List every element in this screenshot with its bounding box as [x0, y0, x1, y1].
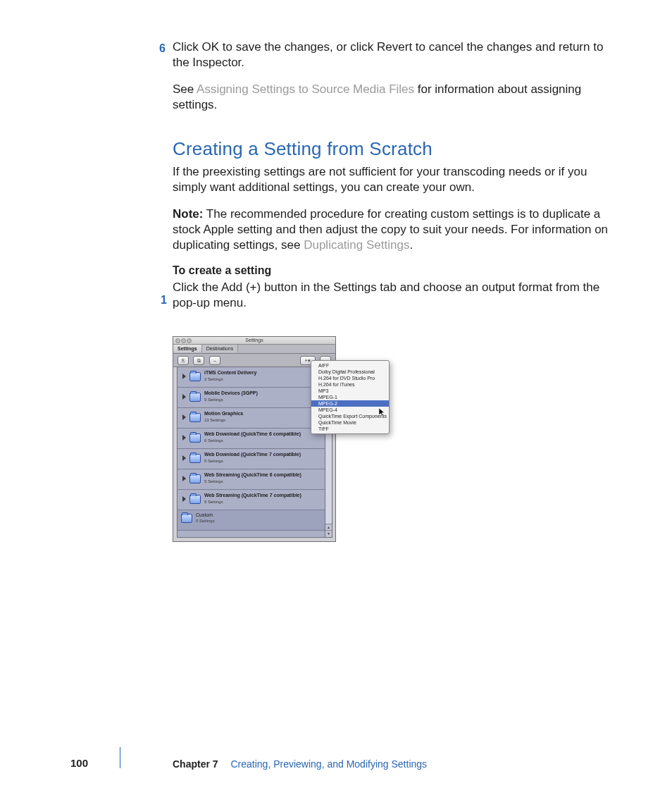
folder-icon — [189, 393, 201, 402]
section-heading: Creating a Setting from Scratch — [173, 138, 613, 160]
list-item-sub: 5 Settings — [204, 459, 223, 463]
list-item-sub: 0 Settings — [196, 519, 215, 523]
list-item[interactable]: Web Download (QuickTime 7 compatible)5 S… — [178, 449, 325, 469]
list-item[interactable]: Web Streaming (QuickTime 6 compatible)5 … — [178, 469, 325, 490]
menu-item-mpeg1[interactable]: MPEG-1 — [311, 394, 389, 400]
mouse-cursor-icon — [379, 408, 386, 417]
menu-item-qt-export[interactable]: QuickTime Export Components — [311, 413, 389, 419]
folder-icon — [189, 495, 201, 504]
list-item-sub: 5 Settings — [204, 398, 223, 402]
delete-group-button[interactable]: – — [209, 356, 220, 365]
step-6-number: 6 — [151, 41, 166, 56]
step-1-number: 1 — [153, 292, 167, 308]
task-heading: To create a setting — [173, 264, 613, 277]
list-item[interactable]: Mobile Devices (3GPP)5 Settings — [178, 388, 325, 408]
menu-item-mp3[interactable]: MP3 — [311, 388, 389, 394]
menu-item-tiff[interactable]: TIFF — [311, 426, 389, 432]
settings-list: iTMS Content Delivery2 Settings Mobile D… — [177, 366, 325, 538]
link-assigning-settings[interactable]: Assigning Settings to Source Media Files — [197, 82, 414, 96]
note-body-b: . — [409, 238, 413, 252]
menu-item-dolby[interactable]: Dolby Digital Professional — [311, 369, 389, 375]
settings-window-screenshot: Settings SettingsDestinations ⎘ ⧉ – +▾ – — [173, 336, 390, 542]
menu-item-h264-dvd[interactable]: H.264 for DVD Studio Pro — [311, 375, 389, 381]
link-duplicating-settings[interactable]: Duplicating Settings — [304, 238, 409, 252]
list-item-label: Web Download (QuickTime 6 compatible) — [204, 431, 301, 436]
list-item-custom[interactable]: Custom0 Settings — [178, 510, 325, 531]
folder-icon — [189, 433, 201, 443]
folder-icon — [189, 413, 201, 422]
tab-destinations[interactable]: Destinations — [202, 345, 239, 352]
disclosure-triangle-icon[interactable] — [182, 455, 186, 461]
output-format-menu: AIFF Dolby Digital Professional H.264 fo… — [311, 360, 390, 434]
disclosure-triangle-icon[interactable] — [182, 476, 186, 481]
footer-chapter: Chapter 7 — [173, 758, 218, 770]
section-intro: If the preexisting settings are not suff… — [173, 164, 613, 195]
list-item-label: Web Streaming (QuickTime 6 compatible) — [204, 472, 301, 477]
folder-icon — [189, 474, 201, 483]
list-item-sub: 6 Settings — [204, 438, 223, 443]
tab-settings[interactable]: Settings — [173, 345, 202, 352]
step-1-text: Click the Add (+) button in the Settings… — [173, 281, 599, 309]
list-item-sub: 5 Settings — [204, 479, 223, 483]
list-item-label: iTMS Content Delivery — [204, 370, 256, 375]
page-number: 100 — [70, 757, 88, 769]
disclosure-triangle-icon[interactable] — [182, 435, 186, 441]
disclosure-triangle-icon[interactable] — [182, 496, 186, 502]
menu-item-qt-movie[interactable]: QuickTime Movie — [311, 419, 389, 426]
list-item-label: Web Streaming (QuickTime 7 compatible) — [204, 493, 301, 498]
see-pre: See — [173, 82, 197, 96]
disclosure-triangle-icon[interactable] — [182, 394, 186, 400]
scroll-down-icon[interactable]: ▾ — [325, 530, 332, 537]
footer-divider — [120, 747, 120, 768]
menu-item-h264-itunes[interactable]: H.264 for iTunes — [311, 381, 389, 388]
list-item-label: Motion Graphics — [204, 411, 243, 416]
step-6-text: Click OK to save the changes, or click R… — [173, 40, 603, 69]
list-item-sub: 13 Settings — [204, 418, 225, 422]
folder-icon — [181, 514, 192, 523]
note-label: Note: — [173, 207, 203, 221]
list-item-label: Custom — [196, 512, 213, 517]
duplicate-button[interactable]: ⎘ — [178, 356, 189, 365]
group-button[interactable]: ⧉ — [193, 356, 204, 365]
footer-title: Creating, Previewing, and Modifying Sett… — [230, 758, 427, 770]
menu-item-mpeg4[interactable]: MPEG-4 — [311, 407, 389, 413]
list-item-label: Web Download (QuickTime 7 compatible) — [204, 452, 301, 457]
list-item[interactable]: iTMS Content Delivery2 Settings — [178, 367, 325, 388]
list-item-sub: 5 Settings — [204, 500, 223, 504]
list-item[interactable]: Web Streaming (QuickTime 7 compatible)5 … — [178, 490, 325, 510]
window-title: Settings — [245, 338, 263, 343]
folder-icon — [189, 372, 201, 381]
list-item-sub: 2 Settings — [204, 377, 223, 381]
disclosure-triangle-icon[interactable] — [182, 374, 186, 379]
traffic-lights-icon — [175, 338, 192, 345]
disclosure-triangle-icon[interactable] — [182, 414, 186, 420]
list-item[interactable]: Web Download (QuickTime 6 compatible)6 S… — [178, 429, 325, 449]
menu-item-aiff[interactable]: AIFF — [311, 362, 389, 369]
list-item[interactable]: Motion Graphics13 Settings — [178, 408, 325, 429]
window-titlebar: Settings — [173, 337, 335, 345]
list-item-label: Mobile Devices (3GPP) — [204, 390, 258, 395]
menu-item-mpeg2[interactable]: MPEG-2 — [311, 400, 389, 407]
folder-icon — [189, 454, 201, 463]
